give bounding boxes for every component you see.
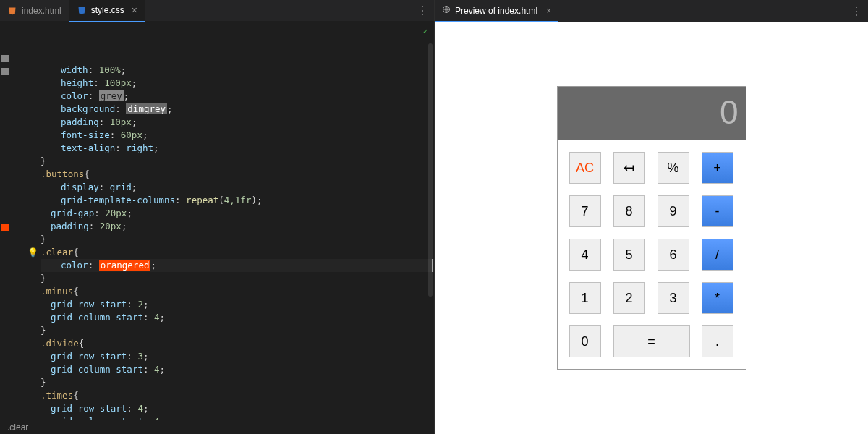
gutter-color-swatch-dimgrey — [1, 68, 9, 75]
code-line[interactable]: } — [41, 324, 434, 337]
gutter-color-swatch-orangered — [1, 224, 9, 231]
code-line[interactable]: color: grey; — [41, 90, 434, 103]
line-number-gutter — [10, 22, 41, 420]
calculator-app: 0 AC↤%+789-456/123*0=. — [557, 86, 746, 370]
calc-button-.[interactable]: . — [702, 326, 733, 357]
preview-tab-label: Preview of index.html — [455, 6, 537, 16]
tab-index-html[interactable]: index.html — [0, 0, 69, 22]
tab-preview[interactable]: Preview of index.html × — [435, 0, 558, 22]
calc-button-%[interactable]: % — [658, 152, 689, 184]
editor-body[interactable]: ✓ width: 100%;height: 100px;color: grey;… — [0, 22, 434, 420]
code-line[interactable]: grid-row-start: 3; — [41, 350, 434, 363]
code-line[interactable]: .times{ — [41, 389, 434, 402]
globe-icon — [442, 5, 451, 16]
code-line[interactable]: color: orangered; — [41, 259, 434, 272]
code-line[interactable]: font-size: 60px; — [41, 129, 434, 142]
code-line[interactable]: height: 100px; — [41, 77, 434, 90]
calc-button-+[interactable]: + — [702, 152, 733, 184]
code-line[interactable]: } — [41, 272, 434, 285]
preview-viewport: 0 AC↤%+789-456/123*0=. — [435, 22, 868, 434]
vertical-scrollbar[interactable] — [427, 22, 434, 420]
code-line[interactable]: grid-column-start: 4; — [41, 415, 434, 420]
calc-button-6[interactable]: 6 — [658, 239, 689, 271]
code-line[interactable]: text-align: right; — [41, 142, 434, 155]
calc-button-8[interactable]: 8 — [613, 195, 645, 227]
breadcrumb[interactable]: .clear — [7, 422, 28, 433]
lightbulb-icon[interactable]: 💡 — [27, 246, 38, 259]
code-line[interactable]: .divide{ — [41, 337, 434, 350]
scrollbar-thumb[interactable] — [428, 43, 433, 297]
calc-button-ac[interactable]: AC — [569, 152, 601, 184]
calc-button-=[interactable]: = — [613, 326, 690, 357]
code-line[interactable]: grid-column-start: 4; — [41, 311, 434, 324]
code-line[interactable]: grid-column-start: 4; — [41, 363, 434, 376]
editor-tab-bar: index.html style.css × ⋮ — [0, 0, 434, 22]
code-line[interactable]: display: grid; — [41, 181, 434, 194]
code-line[interactable]: .minus{ — [41, 285, 434, 298]
calc-button-7[interactable]: 7 — [569, 195, 601, 227]
calc-button-4[interactable]: 4 — [569, 239, 601, 271]
code-line[interactable]: } — [41, 155, 434, 168]
html-file-icon — [7, 6, 17, 16]
preview-panel: Preview of index.html × ⋮ 0 AC↤%+789-456… — [434, 0, 868, 434]
calc-button-2[interactable]: 2 — [613, 282, 645, 314]
close-icon[interactable]: × — [132, 4, 137, 16]
code-editor-panel: index.html style.css × ⋮ ✓ width: 100%;h… — [0, 0, 434, 434]
tab-style-css[interactable]: style.css × — [69, 0, 145, 22]
tab-overflow-menu[interactable]: ⋮ — [411, 4, 434, 17]
calc-button--[interactable]: - — [702, 195, 733, 227]
calc-button-3[interactable]: 3 — [658, 282, 689, 314]
code-line[interactable]: grid-template-columns: repeat(4,1fr); — [41, 194, 434, 207]
calc-button-5[interactable]: 5 — [613, 239, 645, 271]
calculator-button-grid: AC↤%+789-456/123*0=. — [558, 140, 746, 369]
code-line[interactable]: padding: 20px; — [41, 220, 434, 233]
code-line[interactable]: background: dimgrey; — [41, 103, 434, 116]
status-bar: .clear — [0, 420, 434, 434]
code-line[interactable]: width: 100%; — [41, 64, 434, 77]
calculator-display: 0 — [558, 87, 746, 140]
code-text-area[interactable]: ✓ width: 100%;height: 100px;color: grey;… — [41, 22, 434, 420]
preview-tab-bar: Preview of index.html × ⋮ — [435, 0, 868, 22]
calc-button-backspace[interactable]: ↤ — [613, 152, 645, 184]
calc-button-1[interactable]: 1 — [569, 282, 601, 314]
calc-button-*[interactable]: * — [702, 282, 733, 314]
code-line[interactable]: grid-row-start: 4; — [41, 402, 434, 415]
code-line[interactable]: padding: 10px; — [41, 116, 434, 129]
code-line[interactable]: .buttons{ — [41, 168, 434, 181]
code-line[interactable]: grid-gap: 20px; — [41, 207, 434, 220]
css-file-icon — [77, 5, 87, 15]
code-line[interactable]: 💡.clear{ — [41, 246, 434, 259]
preview-overflow-menu[interactable]: ⋮ — [845, 4, 868, 18]
calc-button-9[interactable]: 9 — [658, 195, 689, 227]
code-line[interactable]: grid-row-start: 2; — [41, 298, 434, 311]
calc-button-0[interactable]: 0 — [569, 326, 601, 357]
gutter-color-swatch-grey — [1, 55, 9, 62]
code-line[interactable]: } — [41, 376, 434, 389]
tab-label: index.html — [22, 6, 61, 16]
calc-button-/[interactable]: / — [702, 239, 733, 271]
tab-label: style.css — [91, 5, 124, 15]
gutter-markers — [0, 22, 10, 420]
code-line[interactable]: } — [41, 233, 434, 246]
close-icon[interactable]: × — [546, 6, 551, 16]
